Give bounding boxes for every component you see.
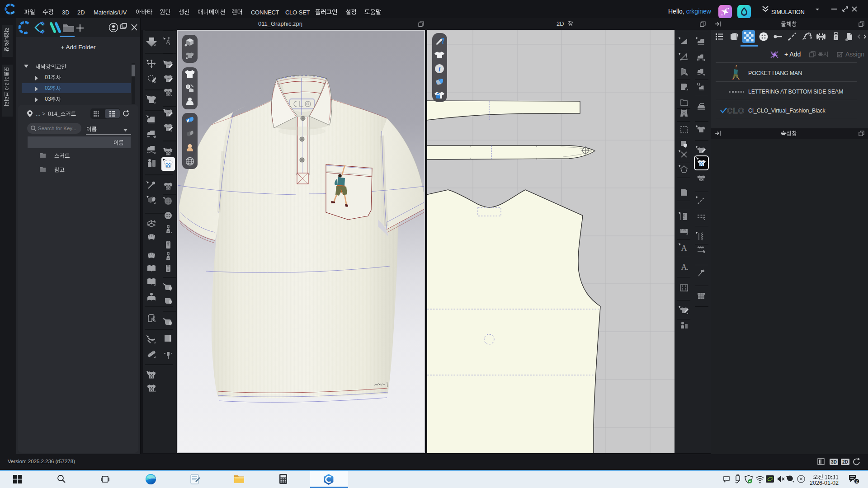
svg-text:A: A [681, 244, 687, 253]
svg-text:3D: 3D [831, 460, 837, 465]
svg-text:2: 2 [855, 479, 858, 483]
svg-text:2D: 2D [842, 460, 848, 465]
svg-text:A: A [681, 263, 687, 272]
